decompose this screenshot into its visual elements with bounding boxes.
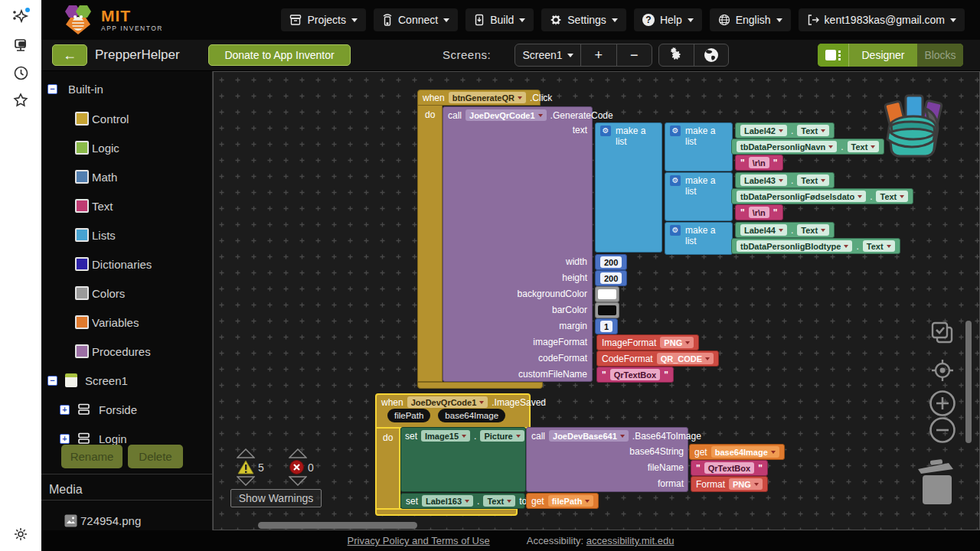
- blocks-workspace[interactable]: when btnGenerateQR .Click do call JoeDev…: [213, 71, 980, 530]
- screen-dropdown[interactable]: Screen1: [515, 44, 580, 66]
- codeformat-dropdown[interactable]: QR_CODE: [657, 353, 714, 364]
- block-get-filepath[interactable]: get filePath: [526, 493, 599, 509]
- component-dropdown[interactable]: Label42: [740, 125, 787, 136]
- component-dropdown[interactable]: tbDataPersonligFødselsdato: [737, 191, 866, 202]
- property-dropdown[interactable]: Text: [797, 174, 829, 186]
- menu-projects[interactable]: Projects: [281, 8, 366, 31]
- block-color-white[interactable]: [595, 286, 619, 302]
- number-value[interactable]: 200: [600, 272, 622, 284]
- donate-button[interactable]: Donate to App Inventor: [208, 44, 351, 66]
- block-number-height[interactable]: 200: [595, 270, 627, 286]
- warning-icon[interactable]: [237, 460, 254, 474]
- zoom-in-icon[interactable]: [928, 389, 957, 418]
- block-number-margin[interactable]: 1: [595, 318, 618, 334]
- text-value[interactable]: QrTextBox: [610, 369, 660, 380]
- horizontal-scrollbar[interactable]: [258, 522, 417, 529]
- tree-item-forside[interactable]: + Forside: [41, 398, 230, 421]
- property-dropdown[interactable]: Text: [863, 240, 895, 252]
- mutator-gear-icon[interactable]: ⚙: [670, 175, 681, 186]
- backpack-icon[interactable]: [878, 92, 949, 158]
- favorites-star-icon[interactable]: [0, 92, 41, 112]
- error-up-arrow-icon[interactable]: [289, 448, 307, 458]
- media-item[interactable]: 724954.png: [41, 509, 235, 532]
- text-value[interactable]: QrTextBox: [704, 462, 754, 474]
- error-count[interactable]: 0: [308, 461, 314, 474]
- warning-count[interactable]: 5: [258, 461, 264, 474]
- block-text-qrtextbox[interactable]: QrTextBox: [596, 367, 674, 383]
- error-down-arrow-icon[interactable]: [289, 476, 307, 486]
- block-color-black[interactable]: [595, 302, 619, 318]
- event-param-base64image[interactable]: base64Image: [438, 409, 505, 422]
- property-dropdown[interactable]: Picture: [480, 430, 524, 442]
- when-block-bottom[interactable]: [375, 508, 518, 516]
- component-dropdown[interactable]: Label44: [740, 224, 787, 236]
- ai-sparkle-icon[interactable]: [0, 8, 41, 29]
- menu-help[interactable]: ? Help: [634, 8, 702, 31]
- when-block-do-arm[interactable]: do: [417, 105, 443, 382]
- block-set-image15-picture[interactable]: set Image15 . Picture to: [400, 427, 526, 492]
- expand-icon[interactable]: +: [60, 434, 70, 444]
- expand-icon[interactable]: +: [60, 405, 70, 415]
- variable-dropdown[interactable]: filePath: [548, 495, 594, 507]
- warning-down-arrow-icon[interactable]: [237, 476, 255, 486]
- collapse-icon[interactable]: −: [47, 84, 57, 94]
- add-screen-button[interactable]: +: [580, 44, 616, 66]
- mutator-gear-icon[interactable]: ⚙: [600, 126, 611, 136]
- when-block-do-arm[interactable]: do: [375, 427, 400, 510]
- block-make-a-list-2[interactable]: ⚙ make a list: [665, 172, 733, 221]
- component-dropdown[interactable]: Image15: [421, 430, 470, 442]
- tree-item-screen1[interactable]: − Screen1: [41, 369, 218, 392]
- block-make-a-list-3[interactable]: ⚙ make a list: [665, 222, 733, 255]
- menu-settings[interactable]: Settings: [541, 8, 626, 31]
- imageformat-dropdown[interactable]: PNG: [660, 337, 694, 348]
- format-dropdown[interactable]: PNG: [729, 478, 763, 490]
- event-param-filepath[interactable]: filePath: [387, 409, 430, 422]
- block-imageformat-helper[interactable]: ImageFormat PNG: [596, 334, 699, 350]
- text-value[interactable]: \r\n: [749, 157, 769, 168]
- vertical-scrollbar[interactable]: [965, 321, 972, 443]
- block-make-a-list-1[interactable]: ⚙ make a list: [665, 122, 733, 171]
- block-getter-label43-text[interactable]: Label43 . Text: [735, 172, 835, 188]
- block-text-filename[interactable]: QrTextBox: [691, 460, 768, 476]
- trash-can-icon[interactable]: [915, 458, 958, 506]
- number-value[interactable]: 1: [600, 321, 612, 332]
- block-when-btngenerateqr-click[interactable]: when btnGenerateQR .Click: [417, 90, 541, 106]
- property-dropdown[interactable]: Text: [876, 191, 908, 202]
- when-block-bottom[interactable]: [417, 382, 543, 389]
- project-properties-button[interactable]: [659, 44, 694, 66]
- zoom-out-icon[interactable]: [928, 416, 957, 445]
- builtin-category[interactable]: − Built-in: [41, 77, 218, 100]
- rename-button[interactable]: Rename: [61, 445, 122, 468]
- block-getter-label44-text[interactable]: Label44 . Text: [735, 222, 835, 238]
- block-number-width[interactable]: 200: [595, 254, 627, 270]
- block-set-label163-text[interactable]: set Label163 . Text to: [400, 493, 525, 509]
- toggle-blocks-button[interactable]: Blocks: [917, 44, 963, 67]
- rail-settings-gear-icon[interactable]: [0, 527, 41, 545]
- block-text-newline-2[interactable]: \r\n: [735, 204, 783, 220]
- component-dropdown[interactable]: Label43: [740, 174, 787, 186]
- block-call-base64toimage[interactable]: call JoeDevBase641 .Base64ToImage: [526, 427, 688, 492]
- block-call-generatecode[interactable]: call JoeDevQrCode1 .GenerateCode: [443, 106, 593, 382]
- block-format-helper[interactable]: Format PNG: [691, 476, 768, 492]
- menu-account[interactable]: kent1983kas@gmail.com: [799, 8, 965, 31]
- component-dropdown[interactable]: btnGenerateQR: [449, 92, 526, 103]
- text-value[interactable]: \r\n: [749, 207, 769, 218]
- block-getter-tbdatapersonligblodtype-text[interactable]: tbDataPersonligBlodtype . Text: [731, 238, 900, 254]
- toggle-all-blocks-icon[interactable]: [930, 321, 955, 345]
- menu-connect[interactable]: Connect: [374, 8, 458, 31]
- block-codeformat-helper[interactable]: CodeFormat QR_CODE: [596, 350, 719, 367]
- show-warnings-button[interactable]: Show Warnings: [230, 489, 322, 507]
- component-dropdown[interactable]: JoeDevQrCode1: [466, 109, 547, 121]
- block-getter-tbdatapersonligfodselsdato-text[interactable]: tbDataPersonligFødselsdato . Text: [731, 188, 913, 204]
- property-dropdown[interactable]: Text: [848, 141, 880, 152]
- block-getter-tbdatapersonlignavn-text[interactable]: tbDataPersonligNavn . Text: [731, 139, 884, 155]
- error-icon[interactable]: [289, 460, 304, 474]
- center-workspace-icon[interactable]: [930, 358, 955, 383]
- devices-icon[interactable]: [0, 37, 41, 57]
- block-get-base64image[interactable]: get base64Image: [689, 444, 785, 460]
- block-getter-label42-text[interactable]: Label42 . Text: [735, 122, 835, 139]
- warning-up-arrow-icon[interactable]: [237, 448, 255, 458]
- designer-view-icon[interactable]: [818, 44, 848, 67]
- mutator-gear-icon[interactable]: ⚙: [670, 225, 681, 236]
- accessibility-link[interactable]: accessibility.mit.edu: [586, 535, 675, 546]
